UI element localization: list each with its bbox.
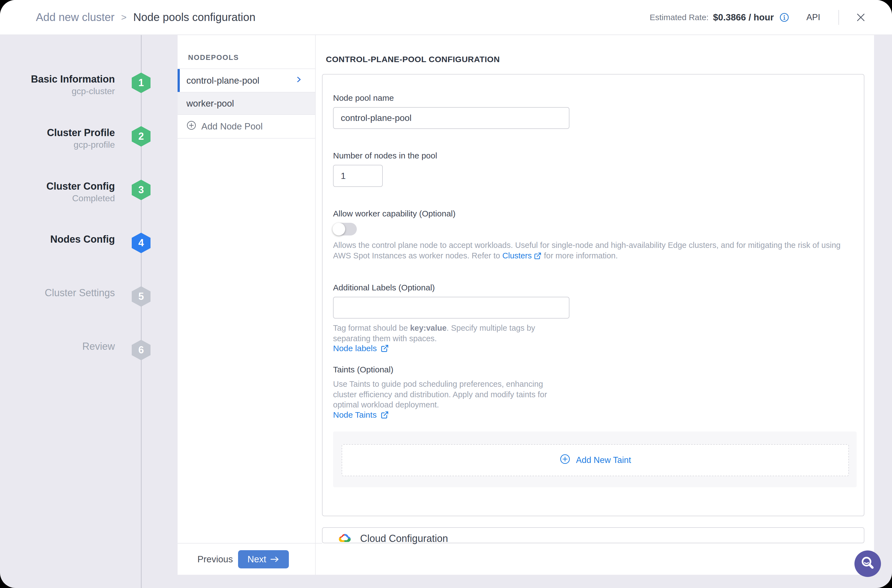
taints-description: Use Taints to guide pod scheduling prefe… [333,379,557,410]
step-subtitle: gcp-profile [0,139,115,150]
stepper-step-cluster-config[interactable]: Cluster Config Completed 3 [0,180,177,200]
previous-button[interactable]: Previous [195,552,235,567]
node-taints-link[interactable]: Node Taints [333,410,389,420]
pool-config-section-title: CONTROL-PLANE-POOL CONFIGURATION [326,55,500,64]
external-link-icon [534,252,542,260]
step-title: Cluster Profile [0,127,115,139]
add-node-pool-label: Add Node Pool [201,121,263,132]
estimated-rate-value: $0.3866 / hour [713,12,774,22]
labels-help-text: Tag format should be key:value. Specify … [333,323,562,344]
add-cluster-wizard-window: Add new cluster > Node pools configurati… [0,0,892,588]
step-number-badge: 1 [132,73,150,93]
taints-label: Taints (Optional) [333,364,393,375]
estimated-rate-label: Estimated Rate: [650,13,708,22]
step-number-badge: 4 [132,233,150,253]
close-icon[interactable] [855,12,866,23]
step-title: Cluster Settings [0,287,115,299]
stepper-step-basic-information[interactable]: Basic Information gcp-cluster 1 [0,73,177,93]
step-number-badge: 5 [132,286,150,307]
add-node-pool-button[interactable]: Add Node Pool [177,115,315,139]
nodepool-item-worker-pool[interactable]: worker-pool [177,92,315,115]
tag-format-example: key:value [410,324,446,332]
additional-labels-input[interactable] [333,297,569,319]
breadcrumb-separator: > [121,12,127,22]
wizard-header: Add new cluster > Node pools configurati… [0,0,892,35]
clusters-link[interactable]: Clusters [502,251,542,260]
node-count-label: Number of nodes in the pool [333,150,437,161]
nodepools-panel: NODEPOOLS control-plane-pool worker-pool [177,35,316,575]
node-labels-link[interactable]: Node labels [333,344,389,353]
worker-capability-description: Allows the control plane node to accept … [333,240,844,261]
node-pool-name-input[interactable] [333,107,569,129]
nodepool-name: control-plane-pool [186,75,259,86]
search-smile-icon [859,555,876,572]
stepper-step-cluster-profile[interactable]: Cluster Profile gcp-profile 2 [0,126,177,147]
header-divider [838,10,839,25]
next-button[interactable]: Next [238,550,289,568]
step-subtitle: Completed [0,192,115,204]
nodepools-panel-title: NODEPOOLS [177,35,315,69]
external-link-icon [381,411,389,419]
help-chat-button[interactable] [854,550,881,577]
toggle-knob [332,223,345,236]
allow-worker-capability-label: Allow worker capability (Optional) [333,208,456,219]
cloud-configuration-section[interactable]: Cloud Configuration [322,527,864,543]
breadcrumb-parent[interactable]: Add new cluster [36,11,115,24]
step-number-badge: 6 [132,340,150,360]
step-title: Basic Information [0,73,115,85]
chevron-right-icon [295,75,303,86]
step-subtitle: gcp-cluster [0,85,115,97]
page-title: Node pools configuration [133,11,255,24]
external-link-icon [381,344,389,352]
pool-config-card: Node pool name Number of nodes in the po… [322,74,864,516]
add-new-taint-label: Add New Taint [576,455,631,465]
taints-drop-zone: Add New Taint [333,432,857,487]
footer-divider [177,543,322,543]
step-title: Nodes Config [0,233,115,245]
breadcrumb: Add new cluster > Node pools configurati… [36,11,255,24]
stepper-step-nodes-config[interactable]: Nodes Config 4 [0,233,177,253]
node-count-input[interactable] [333,165,383,187]
nodepool-item-control-plane-pool[interactable]: control-plane-pool [177,69,315,92]
stepper-step-cluster-settings[interactable]: Cluster Settings 5 [0,286,177,307]
allow-worker-capability-toggle[interactable] [333,223,357,236]
add-new-taint-button[interactable]: Add New Taint [342,444,849,476]
stepper-line [141,35,142,588]
plus-circle-icon [186,120,196,132]
step-number-badge: 3 [132,180,150,200]
header-actions: Estimated Rate: $0.3866 / hour API [650,10,866,25]
api-button[interactable]: API [806,12,820,22]
main-content-panel: NODEPOOLS control-plane-pool worker-pool [177,35,874,575]
step-title: Cluster Config [0,180,115,192]
cloud-configuration-title: Cloud Configuration [360,533,448,544]
node-pool-name-label: Node pool name [333,93,394,103]
nodepool-name: worker-pool [186,98,234,109]
step-title: Review [0,340,115,352]
additional-labels-label: Additional Labels (Optional) [333,282,435,293]
info-icon[interactable] [779,12,789,22]
step-number-badge: 2 [132,126,150,147]
stepper-step-review[interactable]: Review 6 [0,340,177,360]
google-cloud-icon [338,533,351,544]
arrow-right-icon [270,556,279,562]
plus-circle-icon [560,453,571,467]
